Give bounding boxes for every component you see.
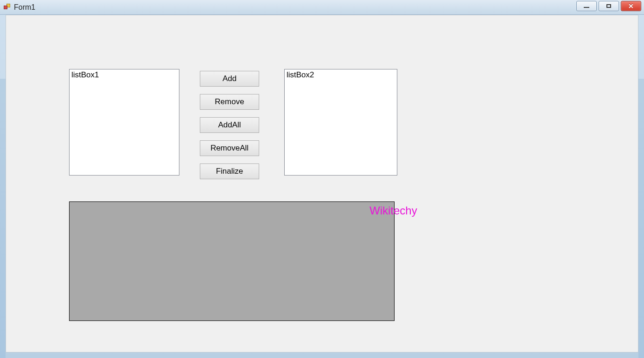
addall-button[interactable]: AddAll	[200, 117, 259, 133]
removeall-button[interactable]: RemoveAll	[200, 140, 259, 156]
listbox-2-item[interactable]: listBox2	[287, 70, 314, 79]
remove-button[interactable]: Remove	[200, 94, 259, 110]
listbox-1[interactable]: listBox1	[69, 69, 179, 176]
window-right-border	[638, 79, 644, 358]
maximize-icon	[606, 4, 611, 8]
listbox-1-item[interactable]: listBox1	[71, 70, 99, 79]
form-client-area: listBox1 Add Remove AddAll RemoveAll Fin…	[6, 15, 638, 352]
close-icon: ✕	[628, 2, 634, 10]
minimize-icon	[584, 7, 589, 8]
minimize-button[interactable]	[576, 1, 597, 11]
window-frame: Form1 ✕ listBox1 Add Remove AddAll Remov…	[0, 0, 644, 358]
titlebar[interactable]: Form1 ✕	[0, 0, 644, 15]
datagridview[interactable]	[69, 201, 395, 321]
maximize-button[interactable]	[599, 1, 619, 11]
close-button[interactable]: ✕	[621, 1, 641, 11]
add-button[interactable]: Add	[200, 71, 259, 87]
window-left-border	[0, 79, 6, 358]
window-controls: ✕	[576, 1, 641, 11]
window-title: Form1	[14, 3, 35, 12]
listbox-2[interactable]: listBox2	[284, 69, 397, 176]
app-icon	[4, 4, 11, 11]
finalize-button[interactable]: Finalize	[200, 163, 259, 179]
watermark-label: Wikitechy	[370, 204, 417, 217]
